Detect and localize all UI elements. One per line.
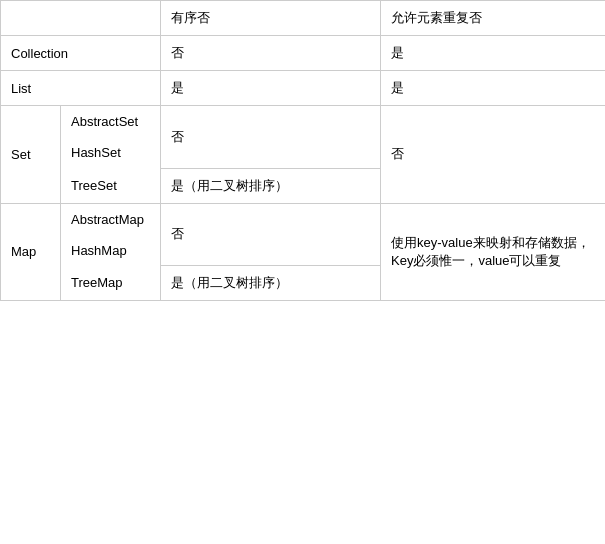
map-ordered-sub3: 是（用二叉树排序）: [161, 266, 381, 301]
map-sub1: AbstractMap: [61, 203, 161, 235]
set-label: Set: [1, 106, 61, 204]
header-duplicates: 允许元素重复否: [381, 1, 606, 36]
header-col2: [61, 1, 161, 36]
set-sub2: HashSet: [61, 137, 161, 168]
set-sub1: AbstractSet: [61, 106, 161, 138]
map-duplicates: 使用key-value来映射和存储数据，Key必须惟一，value可以重复: [381, 203, 606, 301]
header-col1: [1, 1, 61, 36]
collection-label: Collection: [1, 36, 161, 71]
map-sub3: TreeMap: [61, 266, 161, 301]
list-label: List: [1, 71, 161, 106]
set-sub3: TreeSet: [61, 168, 161, 203]
header-ordered: 有序否: [161, 1, 381, 36]
map-ordered-sub12: 否: [161, 203, 381, 266]
set-duplicates: 否: [381, 106, 606, 204]
map-sub2: HashMap: [61, 235, 161, 266]
set-ordered-sub12: 否: [161, 106, 381, 169]
list-ordered: 是: [161, 71, 381, 106]
set-ordered-sub3: 是（用二叉树排序）: [161, 168, 381, 203]
map-label: Map: [1, 203, 61, 301]
comparison-table: 有序否 允许元素重复否 Collection 否 是 List 是 是 Set …: [0, 0, 605, 301]
collection-ordered: 否: [161, 36, 381, 71]
collection-duplicates: 是: [381, 36, 606, 71]
list-duplicates: 是: [381, 71, 606, 106]
